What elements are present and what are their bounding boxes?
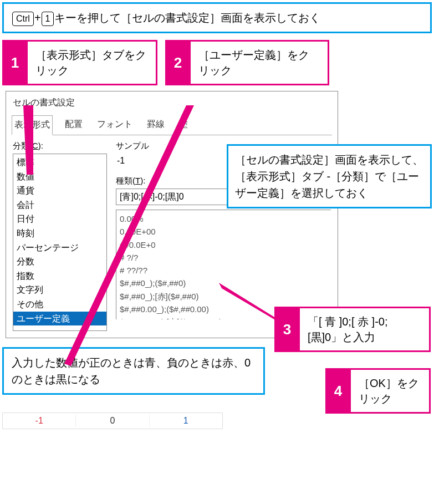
result-row: -1 0 1 [2, 413, 223, 429]
one-key-label: 1 [42, 12, 54, 26]
callout-1-number: 1 [2, 40, 28, 85]
dialog-tabs: 表示形式 配置 フォント 罫線 塗 [6, 112, 338, 135]
side-note: ［セルの書式設定］画面を表示して、［表示形式］タブ -［分類］で［ユーザー定義］… [227, 144, 432, 208]
tab-font[interactable]: フォント [95, 115, 135, 135]
plus: + [34, 12, 41, 24]
callout-2: 2 ［ユーザー定義］をクリック [165, 40, 329, 85]
tab-separator [12, 135, 332, 135]
category-item-scientific[interactable]: 指数 [13, 269, 106, 283]
format-item[interactable]: # ?/? [120, 251, 328, 264]
category-label: 分類(C): [13, 141, 107, 151]
callout-2-text: ［ユーザー定義］をクリック [191, 40, 329, 85]
callout-4: 4 ［OK］をクリック [325, 368, 431, 414]
type-label-post: ): [140, 176, 145, 185]
format-item[interactable]: $#,##0_);($#,##0) [120, 277, 328, 289]
category-item-user-defined[interactable]: ユーザー定義 [13, 312, 106, 326]
category-list[interactable]: 標準 数値 通貨 会計 日付 時刻 パーセンテージ 分数 指数 文字列 その他 … [13, 154, 107, 331]
tab-fill[interactable]: 塗 [177, 115, 190, 135]
category-item-accounting[interactable]: 会計 [13, 198, 106, 212]
top-instruction-text: キーを押して［セルの書式設定］画面を表示しておく [54, 12, 320, 24]
category-column: 分類(C): 標準 数値 通貨 会計 日付 時刻 パーセンテージ 分数 指数 文… [13, 141, 107, 331]
category-item-time[interactable]: 時刻 [13, 226, 106, 241]
format-cells-dialog: セルの書式設定 表示形式 配置 フォント 罫線 塗 分類(C): 標準 数値 通… [6, 91, 338, 338]
ctrl-key-label: Ctrl [12, 12, 34, 26]
category-item-currency[interactable]: 通貨 [13, 184, 106, 198]
callout-3-text: 「[ 青 ]0;[ 赤 ]-0;[黒]0」と入力 [300, 307, 431, 352]
type-label-underline: T [135, 176, 140, 185]
format-item[interactable]: 0.00E+00 [120, 225, 328, 238]
category-item-text[interactable]: 文字列 [13, 283, 106, 297]
category-item-percentage[interactable]: パーセンテージ [13, 241, 106, 255]
result-negative: -1 [3, 415, 76, 427]
callout-3-number: 3 [274, 307, 300, 352]
tab-number-format[interactable]: 表示形式 [12, 115, 53, 135]
category-item-standard[interactable]: 標準 [13, 155, 106, 170]
format-item[interactable]: ##0.0E+0 [120, 238, 328, 251]
category-label-post: ): [38, 141, 43, 150]
callout-1-text: ［表示形式］タブをクリック [28, 40, 157, 85]
category-item-date[interactable]: 日付 [13, 212, 106, 226]
category-item-fraction[interactable]: 分数 [13, 254, 106, 269]
callout-4-text: ［OK］をクリック [351, 368, 431, 414]
category-item-other[interactable]: その他 [13, 297, 106, 312]
tab-alignment[interactable]: 配置 [63, 115, 85, 135]
callout-2-number: 2 [165, 40, 191, 85]
format-item[interactable]: 0.00% [120, 212, 328, 225]
type-label-pre: 種類( [116, 176, 135, 185]
format-item[interactable]: # ??/?? [120, 264, 328, 277]
bottom-note: 入力した数値が正のときは青、負のときは赤、0のときは黒になる [2, 347, 265, 395]
dialog-title: セルの書式設定 [6, 91, 338, 112]
category-label-pre: 分類( [13, 141, 32, 150]
category-label-underline: C [32, 141, 38, 150]
callouts-row: 1 ［表示形式］タブをクリック 2 ［ユーザー定義］をクリック [2, 40, 432, 85]
top-instruction-box: Ctrl+1キーを押して［セルの書式設定］画面を表示しておく [2, 2, 432, 33]
result-zero: 0 [76, 415, 149, 427]
callout-3: 3 「[ 青 ]0;[ 赤 ]-0;[黒]0」と入力 [274, 307, 431, 352]
category-item-number[interactable]: 数値 [13, 170, 106, 184]
result-positive: 1 [150, 415, 222, 427]
format-item[interactable]: $#,##0_);[赤]($#,##0) [120, 290, 328, 303]
tab-border[interactable]: 罫線 [145, 115, 167, 135]
callout-4-number: 4 [325, 368, 351, 414]
format-list[interactable]: 0.00% 0.00E+00 ##0.0E+0 # ?/? # ??/?? $#… [116, 210, 331, 319]
callout-1: 1 ［表示形式］タブをクリック [2, 40, 157, 85]
